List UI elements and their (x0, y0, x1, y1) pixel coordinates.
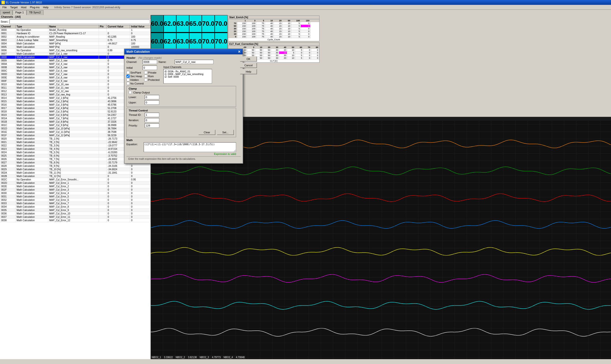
table-row[interactable]: 002BMath CalculationTB_12 [%]00 (0, 175, 151, 178)
iteration-input[interactable] (145, 118, 159, 122)
menu-plugins[interactable]: Plug-ins (28, 6, 41, 9)
thread-id-label: Thread ID: (129, 113, 143, 116)
iteration-row: Iteration: (129, 118, 234, 122)
protected-checkbox[interactable] (144, 78, 147, 81)
grid-cell: 70.0 (202, 33, 215, 50)
table-row[interactable]: 0036Math CalculationMAP_Cyl_Error_1000 (0, 212, 151, 215)
table-row[interactable]: 0035Math CalculationMAP_Cyl_Error_900 (0, 208, 151, 212)
private-checkbox[interactable] (144, 71, 147, 74)
name-label: Name: (159, 61, 173, 63)
start-enrich-title: Start_Enrich [%] (228, 16, 319, 19)
initial-input[interactable] (142, 65, 157, 70)
table-row[interactable]: 002DMath CalculationMAP_Cyl_Error_100 (0, 182, 151, 185)
table-row[interactable]: 0038Math CalculationMAP_Cyl_Error_1200 (0, 219, 151, 222)
ok-button[interactable]: OK (240, 56, 257, 62)
dialog-footer: Enter the math expression this item will… (126, 156, 241, 161)
secheap-check: Sec Heap (126, 75, 144, 78)
upper-input[interactable] (145, 100, 159, 105)
session-info: Infinity Series 7 Saved session: 2022120… (53, 6, 122, 9)
channel-label: Channel: (126, 61, 141, 63)
table-row[interactable]: 002AMath CalculationTB_11 [%]-31.18410 (0, 171, 151, 175)
nbo3-label: NBO2_3 (200, 356, 209, 359)
table-row[interactable]: 0031Math CalculationMAP_Cyl_Error_500 (0, 195, 151, 198)
table-row[interactable]: 0034Math CalculationMAP_Cyl_Error_800 (0, 205, 151, 208)
menu-bar: File Target Host Plug-ins Help Infinity … (0, 5, 611, 10)
math-dialog: Math Calculation ✕ Header (No changes ma… (124, 49, 243, 164)
dialog-body: Header (No changes made) Channel: Name: (125, 54, 243, 163)
search-input[interactable] (10, 19, 150, 24)
hidden-checkbox[interactable] (126, 78, 130, 81)
simplant-check: SimPlant (126, 71, 144, 74)
tab-tbsync2[interactable]: TB Sync2 (27, 10, 43, 15)
nbo1-value: 3.33622 (164, 356, 173, 359)
equation-input[interactable] (144, 142, 236, 152)
clamp-section: Clamp Clamp Output Lower: Upper: (126, 86, 236, 107)
valid-message: Expression is valid (126, 153, 236, 156)
table-row[interactable]: 0030Math CalculationMAP_Cyl_Error_400 (0, 192, 151, 195)
set-button[interactable]: Set... (217, 130, 234, 135)
header-note: (No changes made) (138, 56, 162, 59)
header-section: Header (No changes made) Channel: Name: (126, 56, 236, 64)
clear-button[interactable]: Clear (198, 130, 215, 135)
channels-header: Channels - [All] (0, 15, 151, 19)
table-row[interactable]: 0032Math CalculationMAP_Cyl_Error_600 (0, 198, 151, 202)
equation-row: Equation: (126, 142, 236, 152)
lower-input[interactable] (145, 95, 159, 99)
nbo-row: NBO2_1 3.33622 NBO2_2 3.82138 NBO2_3 4.7… (152, 356, 245, 359)
clt-fuel-title: CLT_Fuel_Correction [%] (228, 42, 319, 46)
table-row[interactable]: 0001Hardware IOC1-29 Power Replacement C… (0, 32, 151, 35)
cancel-button[interactable]: Cancel (240, 63, 257, 68)
dialog-title-text: Math Calculation (126, 50, 150, 53)
table-row[interactable]: 002CNo OperationMAP_Cyl_Error_Smoothi...… (0, 178, 151, 182)
menu-help[interactable]: Help (42, 6, 50, 9)
priority-input[interactable] (145, 123, 159, 128)
nocommit-check: No Commit (126, 82, 144, 85)
table-row[interactable]: 0037Math CalculationMAP_Cyl_Error_1100 (0, 215, 151, 219)
grid-cell: 62.0 (164, 15, 177, 32)
thread-id-input[interactable] (145, 113, 159, 117)
nbo2-label: NBO2_2 (176, 356, 185, 359)
col-pin: Pin (99, 25, 107, 28)
grid-cell: 70.0 (215, 33, 228, 50)
table-row[interactable]: 00032-Axis Lookup TableMAP_Smoothing0.75… (0, 39, 151, 42)
col-name: Name (48, 25, 99, 28)
table-row: 701501007540151050 (228, 22, 319, 25)
grid-cell: 70.0 (215, 15, 228, 32)
table-row[interactable]: 0002Analog In conditionerMAP_Reading43.1… (0, 35, 151, 39)
col-channel: Channel (0, 25, 15, 28)
rom-check: Rom (144, 75, 161, 78)
table-row[interactable]: 002EMath CalculationMAP_Cyl_Error_200 (0, 185, 151, 188)
tab-speed[interactable]: speed (0, 10, 13, 15)
table-row: 01501007540151050 (228, 36, 319, 38)
channel-row: Channel: Name: (126, 60, 236, 64)
table-row[interactable]: 0005Math CalculationMAP [Pa]0100000 (0, 45, 151, 49)
table-row[interactable]: 0028Math CalculationTB_9 [%]-34.31060 (0, 164, 151, 168)
channel-input[interactable] (142, 60, 157, 64)
menu-file[interactable]: File (1, 6, 8, 9)
app-title: EL Console Version 1.97.8810 (6, 1, 42, 4)
nbo4-value: 4.70848 (236, 356, 245, 359)
table-row[interactable]: 0000No OperationModel_Running1 (0, 28, 151, 32)
name-input[interactable] (175, 60, 213, 64)
priority-row: Priority: (129, 123, 234, 128)
dialog-action-buttons: OK Cancel Help (238, 56, 257, 156)
secheap-checkbox[interactable] (126, 75, 130, 78)
dialog-close-button[interactable]: ✕ (238, 50, 241, 54)
table-row[interactable]: 0004Math CalculationMAP [kPa]-44.6617100 (0, 42, 151, 45)
table-row: 501501007540151050 (228, 25, 319, 27)
simplant-checkbox[interactable] (126, 71, 130, 74)
menu-target[interactable]: Target (9, 6, 19, 9)
col-current: Current Value (107, 25, 130, 28)
nocommit-checkbox[interactable] (126, 82, 130, 85)
menu-host[interactable]: Host (19, 6, 28, 9)
tab-page1[interactable]: Page 1 (13, 10, 27, 15)
table-row[interactable]: 0029Math CalculationTB_10 [%]-34.68240 (0, 168, 151, 171)
lower-label: Lower: (129, 96, 143, 99)
thread-title: Thread Control (129, 109, 234, 112)
help-button[interactable]: Help (240, 69, 257, 74)
clamp-output-checkbox[interactable] (129, 91, 132, 94)
protected-check: Protected (144, 78, 161, 81)
table-row[interactable]: 0033Math CalculationMAP_Cyl_Error_700 (0, 202, 151, 205)
rom-checkbox[interactable] (144, 75, 147, 78)
table-row[interactable]: 002FMath CalculationMAP_Cyl_Error_300 (0, 188, 151, 192)
